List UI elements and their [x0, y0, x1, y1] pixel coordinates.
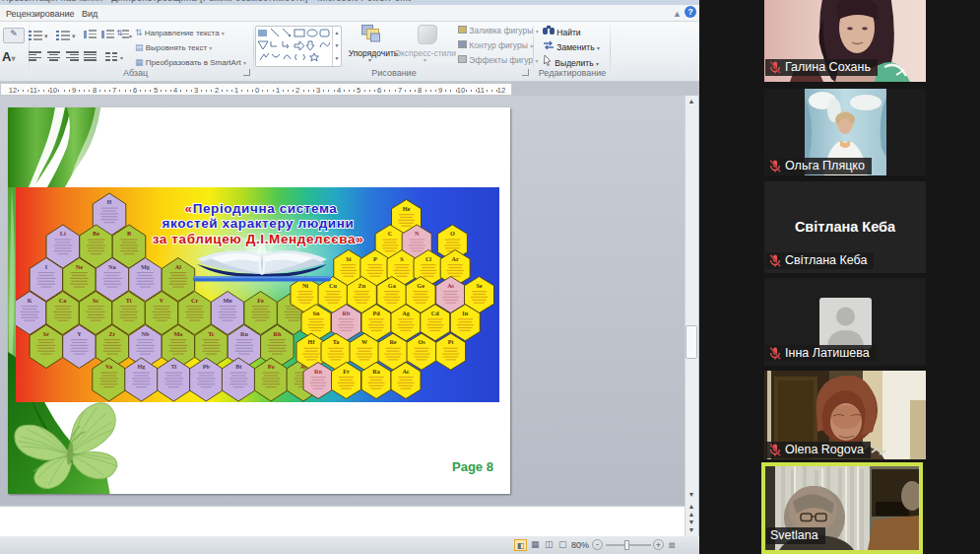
svg-text:за таблицею Д.І.Менделєєва»: за таблицею Д.І.Менделєєва»	[153, 232, 364, 246]
svg-text:Ca: Ca	[59, 297, 67, 304]
svg-text:Fe: Fe	[257, 297, 264, 304]
svg-text:Po: Po	[268, 363, 275, 370]
svg-text:Fr: Fr	[343, 368, 350, 375]
svg-text:Se: Se	[476, 282, 482, 289]
svg-text:якостей характеру людини: якостей характеру людини	[163, 216, 355, 231]
svg-text:Cd: Cd	[431, 310, 439, 316]
svg-text:Be: Be	[93, 230, 99, 237]
svg-text:Ag: Ag	[402, 310, 410, 316]
svg-text:Rb: Rb	[343, 310, 351, 316]
svg-text:In: In	[462, 310, 468, 316]
svg-text:«Періодична система: «Періодична система	[185, 201, 338, 216]
svg-text:Hf: Hf	[308, 338, 316, 345]
svg-text:Ge: Ge	[417, 282, 425, 289]
svg-text:Tc: Tc	[208, 330, 215, 337]
svg-text:B: B	[127, 230, 131, 237]
svg-text:Re: Re	[389, 338, 396, 345]
svg-text:Sr: Sr	[43, 330, 49, 337]
svg-text:Os: Os	[418, 338, 425, 345]
svg-text:Va: Va	[105, 363, 112, 370]
svg-text:P: P	[373, 255, 377, 262]
svg-text:Ta: Ta	[333, 338, 340, 345]
svg-text:Ga: Ga	[388, 282, 396, 289]
svg-text:Al: Al	[175, 263, 181, 270]
svg-text:Si: Si	[346, 255, 351, 262]
svg-text:Zn: Zn	[359, 282, 366, 289]
svg-text:C: C	[388, 230, 392, 237]
svg-text:Rh: Rh	[273, 330, 281, 337]
svg-text:He: He	[403, 205, 411, 212]
svg-text:Pd: Pd	[372, 310, 380, 316]
svg-text:Mg: Mg	[141, 263, 151, 270]
svg-text:Ti: Ti	[126, 297, 132, 304]
svg-text:K: K	[28, 297, 33, 304]
svg-text:Nb: Nb	[141, 330, 149, 337]
svg-text:Ra: Ra	[372, 368, 380, 375]
svg-text:Mn: Mn	[223, 297, 232, 304]
svg-text:Tl: Tl	[170, 363, 176, 370]
svg-text:Sn: Sn	[313, 310, 320, 316]
svg-text:Li: Li	[60, 230, 66, 237]
svg-text:H: H	[107, 198, 112, 205]
svg-text:Cr: Cr	[191, 297, 198, 304]
svg-text:V: V	[160, 297, 164, 304]
svg-text:Sc: Sc	[93, 297, 98, 304]
svg-text:N: N	[415, 230, 420, 237]
svg-text:O: O	[450, 230, 455, 237]
svg-text:Pt: Pt	[448, 338, 455, 345]
svg-text:S: S	[400, 255, 404, 262]
svg-text:Ni: Ni	[302, 282, 308, 289]
svg-text:Ru: Ru	[240, 330, 248, 337]
svg-text:Ac: Ac	[402, 368, 409, 375]
svg-text:Ne: Ne	[76, 263, 83, 270]
svg-text:Cu: Cu	[329, 282, 337, 289]
svg-text:Cl: Cl	[425, 255, 431, 262]
svg-text:As: As	[447, 282, 454, 289]
svg-text:Pb: Pb	[203, 363, 211, 370]
svg-text:Mo: Mo	[173, 330, 182, 337]
svg-text:Ar: Ar	[452, 255, 459, 262]
svg-text:Zr: Zr	[108, 330, 115, 337]
svg-text:Bi: Bi	[235, 363, 241, 370]
svg-text:Y: Y	[77, 330, 82, 337]
svg-text:Rn: Rn	[314, 368, 322, 375]
svg-text:Hg: Hg	[138, 363, 147, 370]
svg-text:W: W	[361, 338, 368, 345]
svg-text:Na: Na	[108, 263, 116, 270]
